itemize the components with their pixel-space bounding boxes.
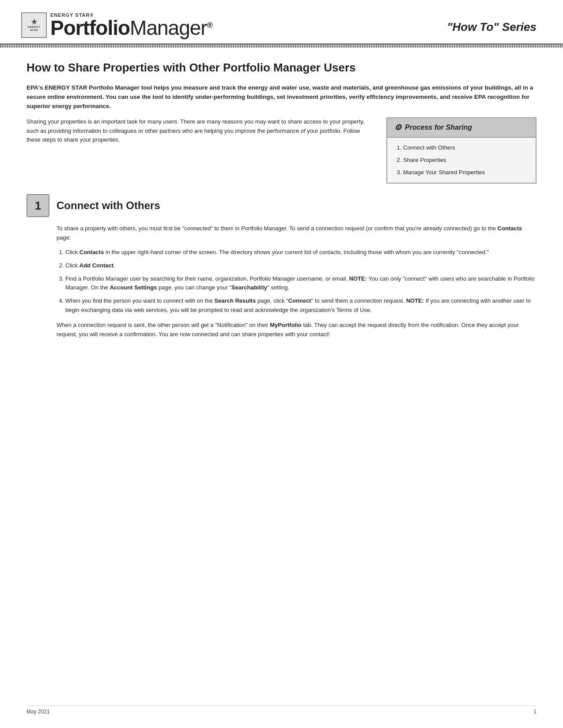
section1-steps: Click Contacts in the upper right-hand c… xyxy=(57,248,537,315)
step4-search: Search Results xyxy=(215,297,256,304)
reg-symbol: ® xyxy=(207,21,212,30)
step3-note: NOTE: xyxy=(349,275,367,282)
footer: May 2021 1 xyxy=(26,705,537,715)
section1-step-1: Click Contacts in the upper right-hand c… xyxy=(65,248,537,257)
section1-intro: To share a property with others, you mus… xyxy=(57,224,537,243)
section1-closing: When a connection request is sent, the o… xyxy=(57,321,537,339)
section1-step-4: When you find the person you want to con… xyxy=(65,296,537,314)
col-right: ⚙ Process for Sharing Connect with Other… xyxy=(386,117,537,184)
header: ★ ENERGYSTAR ENERGY STAR® PortfolioManag… xyxy=(0,0,563,45)
how-to-series-label: "How To" Series xyxy=(447,17,537,34)
section1-step-2: Click Add Contact. xyxy=(65,261,537,270)
logo-top: ★ ENERGYSTAR ENERGY STAR® PortfolioManag… xyxy=(21,12,212,38)
step3-account: Account Settings xyxy=(110,284,157,291)
step4-note: NOTE: xyxy=(406,297,424,304)
section1-badge: 1 xyxy=(26,194,49,217)
step3-searchability: Searchability xyxy=(231,284,267,291)
sharing-intro-text: Sharing your properties is an important … xyxy=(26,117,373,145)
myportfolio-bold: MyPortfolio xyxy=(270,322,302,328)
star-icon: ★ xyxy=(31,19,37,26)
contacts-bold: Contacts xyxy=(498,225,522,232)
page: ★ ENERGYSTAR ENERGY STAR® PortfolioManag… xyxy=(0,0,563,728)
two-col-section: Sharing your properties is an important … xyxy=(26,117,537,184)
logo-area: ★ ENERGYSTAR ENERGY STAR® PortfolioManag… xyxy=(21,12,212,38)
energy-star-badge: ★ ENERGYSTAR xyxy=(21,12,47,38)
gear-icon: ⚙ xyxy=(394,123,401,132)
process-box-title: Process for Sharing xyxy=(405,124,472,131)
energy-star-text: ENERGYSTAR xyxy=(28,26,40,32)
section1-header: 1 Connect with Others xyxy=(26,194,537,217)
footer-page-number: 1 xyxy=(533,709,537,715)
intro-bold: EPA's ENERGY STAR Portfolio Manager tool… xyxy=(26,83,537,111)
process-box: ⚙ Process for Sharing Connect with Other… xyxy=(386,117,537,184)
main-content: How to Share Properties with Other Portf… xyxy=(0,56,563,362)
step4-connect: Connect xyxy=(288,297,311,304)
section1-step-3: Find a Portfolio Manager user by searchi… xyxy=(65,274,537,292)
process-step-2: Share Properties xyxy=(403,156,529,164)
process-step-3: Manage Your Shared Properties xyxy=(403,169,529,176)
header-divider xyxy=(0,45,563,48)
section1-number: 1 xyxy=(35,199,41,213)
portfolio-manager-title: PortfolioManager® xyxy=(50,18,212,38)
step1-bold: Contacts xyxy=(79,249,104,255)
col-left: Sharing your properties is an important … xyxy=(26,117,373,145)
logo-text-block: ENERGY STAR® PortfolioManager® xyxy=(50,12,212,38)
process-box-header: ⚙ Process for Sharing xyxy=(387,118,536,138)
section1-body: To share a property with others, you mus… xyxy=(26,224,537,339)
page-title: How to Share Properties with Other Portf… xyxy=(26,56,537,75)
footer-date: May 2021 xyxy=(26,709,50,715)
process-box-list: Connect with Others Share Properties Man… xyxy=(387,138,536,183)
manager-label: Manager xyxy=(130,16,207,39)
section1-title: Connect with Others xyxy=(57,199,160,212)
process-step-1: Connect with Others xyxy=(403,144,529,152)
step2-bold: Add Contact xyxy=(79,262,113,269)
portfolio-label: Portfolio xyxy=(50,16,130,39)
